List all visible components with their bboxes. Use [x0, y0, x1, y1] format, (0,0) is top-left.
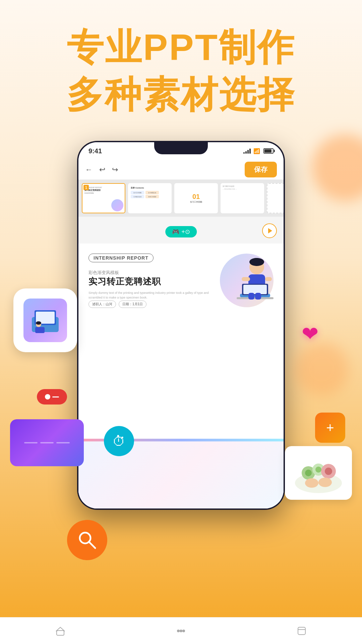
- svg-point-24: [305, 478, 318, 488]
- svg-rect-32: [298, 627, 305, 635]
- signal-icon: [243, 148, 251, 154]
- floating-app-icon: [13, 288, 77, 352]
- white-decoration-card: [285, 446, 352, 500]
- timer-icon: ⏱: [104, 426, 134, 456]
- orange-blob-1: [312, 134, 362, 201]
- status-icons: 📶: [243, 148, 274, 154]
- person-svg: [217, 250, 277, 311]
- internship-tag: INTERNSHIP REPORT: [88, 254, 154, 262]
- slide-thumb-2[interactable]: 目录 Contents 实习工作回顾 实习积累认知 工作检讨反省 未来工作展望: [128, 183, 172, 213]
- slide-thumb-1[interactable]: 1 INTERNSHIP REPORT 实习转正竞聘述职 彩色渐变风模板: [82, 183, 125, 213]
- purple-card: [10, 419, 84, 466]
- slide-body-text: Simply dummy text of the printing and ty…: [88, 290, 217, 300]
- svg-point-25: [318, 478, 332, 487]
- phone-mockup: 9:41 📶 ← ↩: [77, 141, 285, 510]
- svg-point-21: [305, 470, 312, 476]
- svg-point-1: [249, 258, 264, 266]
- bottom-nav: [0, 617, 362, 644]
- play-button[interactable]: [262, 223, 277, 238]
- svg-point-23: [325, 468, 332, 475]
- redo-button[interactable]: ↪: [112, 165, 118, 174]
- slide1-figure: [111, 199, 123, 211]
- hero-line1: 专业PPT制作: [0, 27, 362, 67]
- phone-frame: 9:41 📶 ← ↩: [77, 141, 285, 510]
- recording-button[interactable]: [37, 389, 67, 405]
- app-icon-svg: [28, 304, 62, 337]
- nav-home[interactable]: [55, 626, 65, 636]
- toolbar-left: ← ↩ ↪: [85, 165, 118, 174]
- slide-thumb-4[interactable]: 实习期工作总结 — 请在这里输入内容 —: [221, 183, 264, 213]
- search-icon-float[interactable]: [67, 520, 107, 560]
- svg-point-15: [36, 321, 41, 325]
- slide-main-content: INTERNSHIP REPORT 彩色渐变风模板 实习转正竞聘述职 Simpl…: [78, 244, 284, 508]
- editor-toolbar: ← ↩ ↪ 保存: [78, 160, 284, 180]
- slide-subtitle: 彩色渐变风模板: [88, 270, 119, 276]
- svg-line-27: [89, 542, 95, 548]
- battery-icon: [263, 148, 274, 154]
- add-slide-button[interactable]: +: [267, 183, 284, 213]
- date-tag: 日期：1月1日: [119, 301, 146, 308]
- hero-section: 专业PPT制作 多种素材选择: [0, 27, 362, 115]
- phone-screen: 9:41 📶 ← ↩: [78, 142, 284, 508]
- heart-icon: ❤: [302, 322, 318, 345]
- slide-tags: 述职人：山河 日期：1月1日: [88, 301, 146, 308]
- svg-point-30: [177, 630, 180, 632]
- status-time: 9:41: [88, 147, 102, 155]
- svg-rect-28: [57, 631, 64, 635]
- svg-rect-9: [248, 293, 254, 300]
- undo-button[interactable]: ↩: [99, 165, 105, 174]
- svg-point-29: [180, 630, 182, 632]
- svg-point-31: [182, 630, 185, 632]
- nav-profile[interactable]: [297, 626, 307, 636]
- search-svg: [77, 530, 97, 550]
- svg-point-22: [315, 467, 321, 473]
- phone-notch: [154, 142, 208, 154]
- svg-rect-7: [243, 285, 267, 294]
- slide-thumb-3[interactable]: 01 实习工作回顾: [174, 183, 218, 213]
- slide-main-title: 实习转正竞聘述职: [88, 276, 161, 287]
- svg-rect-10: [255, 293, 261, 300]
- nav-discover[interactable]: [176, 626, 186, 636]
- wifi-icon: 📶: [253, 148, 260, 154]
- orange-blob-2: [295, 342, 349, 396]
- slides-strip: 1 INTERNSHIP REPORT 实习转正竞聘述职 彩色渐变风模板 目录 …: [78, 180, 284, 217]
- save-button[interactable]: 保存: [245, 162, 277, 177]
- character-illustration: [217, 250, 277, 311]
- svg-rect-16: [35, 327, 45, 333]
- main-slide-area: 🎮 +⊙ INTERNSHIP REPORT 彩色渐变风模板 实习转正竞聘述职 …: [78, 217, 284, 508]
- presenter-tag: 述职人：山河: [88, 301, 116, 308]
- decoration-svg: [292, 453, 345, 493]
- plus-icon: +: [326, 420, 334, 435]
- svg-rect-3: [242, 277, 250, 281]
- floating-plus-button[interactable]: +: [315, 413, 345, 443]
- back-button[interactable]: ←: [85, 165, 93, 174]
- hero-line2: 多种素材选择: [0, 74, 362, 115]
- controller-icon: 🎮 +⊙: [165, 226, 197, 237]
- svg-rect-4: [265, 277, 272, 281]
